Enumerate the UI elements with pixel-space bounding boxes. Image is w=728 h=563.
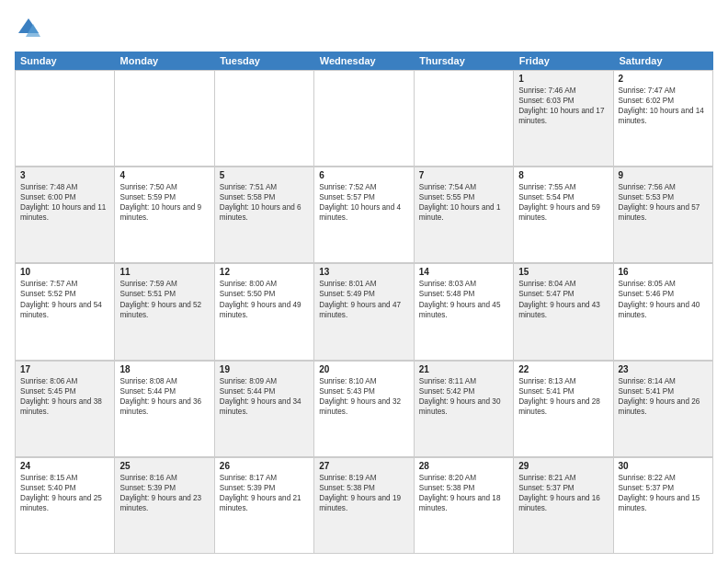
cell-info: Sunrise: 8:11 AM Sunset: 5:42 PM Dayligh…: [419, 376, 508, 417]
cell-info: Sunrise: 8:20 AM Sunset: 5:38 PM Dayligh…: [419, 473, 508, 513]
day-number: 22: [518, 364, 608, 374]
calendar-cell-2-5: 15Sunrise: 8:04 AM Sunset: 5:47 PM Dayli…: [514, 264, 613, 360]
header-day-wednesday: Wednesday: [314, 52, 415, 70]
cell-info: Sunrise: 7:51 AM Sunset: 5:58 PM Dayligh…: [220, 182, 309, 223]
calendar-cell-1-3: 6Sunrise: 7:52 AM Sunset: 5:57 PM Daylig…: [314, 167, 414, 263]
calendar-cell-4-1: 25Sunrise: 8:16 AM Sunset: 5:39 PM Dayli…: [115, 458, 214, 554]
calendar-cell-2-6: 16Sunrise: 8:05 AM Sunset: 5:46 PM Dayli…: [614, 264, 713, 360]
page: SundayMondayTuesdayWednesdayThursdayFrid…: [0, 0, 728, 563]
calendar-cell-1-5: 8Sunrise: 7:55 AM Sunset: 5:54 PM Daylig…: [514, 167, 613, 263]
cell-info: Sunrise: 7:54 AM Sunset: 5:55 PM Dayligh…: [419, 182, 508, 223]
cell-info: Sunrise: 7:50 AM Sunset: 5:59 PM Dayligh…: [119, 182, 209, 223]
cell-info: Sunrise: 8:13 AM Sunset: 5:41 PM Dayligh…: [518, 376, 608, 417]
day-number: 6: [319, 170, 408, 180]
calendar-cell-0-3: [314, 71, 414, 167]
day-number: 16: [619, 267, 708, 277]
day-number: 17: [20, 364, 109, 374]
cell-info: Sunrise: 8:05 AM Sunset: 5:46 PM Dayligh…: [619, 279, 708, 319]
day-number: 19: [220, 364, 309, 374]
calendar-cell-3-0: 17Sunrise: 8:06 AM Sunset: 5:45 PM Dayli…: [16, 362, 115, 457]
day-number: 23: [619, 364, 708, 374]
cell-info: Sunrise: 8:06 AM Sunset: 5:45 PM Dayligh…: [20, 376, 109, 417]
day-number: 26: [220, 461, 309, 471]
day-number: 3: [20, 170, 109, 180]
cell-info: Sunrise: 8:04 AM Sunset: 5:47 PM Dayligh…: [518, 279, 608, 319]
calendar-cell-0-6: 2Sunrise: 7:47 AM Sunset: 6:02 PM Daylig…: [614, 71, 713, 167]
day-number: 2: [619, 74, 708, 84]
day-number: 24: [20, 461, 109, 471]
calendar-cell-3-4: 21Sunrise: 8:11 AM Sunset: 5:42 PM Dayli…: [415, 362, 514, 457]
calendar-cell-2-3: 13Sunrise: 8:01 AM Sunset: 5:49 PM Dayli…: [314, 264, 414, 360]
calendar-cell-1-6: 9Sunrise: 7:56 AM Sunset: 5:53 PM Daylig…: [614, 167, 713, 263]
calendar-header: SundayMondayTuesdayWednesdayThursdayFrid…: [15, 52, 713, 70]
calendar-cell-2-0: 10Sunrise: 7:57 AM Sunset: 5:52 PM Dayli…: [16, 264, 115, 360]
cell-info: Sunrise: 8:15 AM Sunset: 5:40 PM Dayligh…: [20, 473, 109, 513]
day-number: 29: [518, 461, 608, 471]
header-day-saturday: Saturday: [613, 52, 713, 70]
cell-info: Sunrise: 8:19 AM Sunset: 5:38 PM Dayligh…: [319, 473, 408, 513]
calendar-cell-0-1: [115, 71, 214, 167]
day-number: 20: [319, 364, 408, 374]
calendar-cell-3-2: 19Sunrise: 8:09 AM Sunset: 5:44 PM Dayli…: [215, 362, 314, 457]
logo-icon: [15, 15, 42, 42]
calendar-cell-0-5: 1Sunrise: 7:46 AM Sunset: 6:03 PM Daylig…: [514, 71, 613, 167]
calendar-cell-4-6: 30Sunrise: 8:22 AM Sunset: 5:37 PM Dayli…: [614, 458, 713, 554]
calendar-cell-3-3: 20Sunrise: 8:10 AM Sunset: 5:43 PM Dayli…: [314, 362, 414, 457]
calendar-row-3: 17Sunrise: 8:06 AM Sunset: 5:45 PM Dayli…: [15, 361, 713, 457]
calendar-row-1: 3Sunrise: 7:48 AM Sunset: 6:00 PM Daylig…: [15, 167, 713, 263]
day-number: 4: [119, 170, 209, 180]
calendar-cell-4-3: 27Sunrise: 8:19 AM Sunset: 5:38 PM Dayli…: [314, 458, 414, 554]
cell-info: Sunrise: 8:03 AM Sunset: 5:48 PM Dayligh…: [419, 279, 508, 319]
calendar-cell-3-1: 18Sunrise: 8:08 AM Sunset: 5:44 PM Dayli…: [115, 362, 214, 457]
calendar-body: 1Sunrise: 7:46 AM Sunset: 6:03 PM Daylig…: [15, 70, 713, 554]
cell-info: Sunrise: 7:47 AM Sunset: 6:02 PM Dayligh…: [619, 86, 708, 126]
day-number: 30: [619, 461, 708, 471]
calendar-cell-4-5: 29Sunrise: 8:21 AM Sunset: 5:37 PM Dayli…: [514, 458, 613, 554]
cell-info: Sunrise: 8:21 AM Sunset: 5:37 PM Dayligh…: [518, 473, 608, 513]
header-day-monday: Monday: [115, 52, 215, 70]
cell-info: Sunrise: 8:14 AM Sunset: 5:41 PM Dayligh…: [619, 376, 708, 417]
header: [15, 15, 713, 42]
day-number: 27: [319, 461, 408, 471]
day-number: 13: [319, 267, 408, 277]
header-day-tuesday: Tuesday: [214, 52, 314, 70]
calendar-cell-1-2: 5Sunrise: 7:51 AM Sunset: 5:58 PM Daylig…: [215, 167, 314, 263]
cell-info: Sunrise: 7:46 AM Sunset: 6:03 PM Dayligh…: [518, 86, 608, 126]
cell-info: Sunrise: 8:10 AM Sunset: 5:43 PM Dayligh…: [319, 376, 408, 417]
day-number: 5: [220, 170, 309, 180]
calendar-cell-1-0: 3Sunrise: 7:48 AM Sunset: 6:00 PM Daylig…: [16, 167, 115, 263]
header-day-friday: Friday: [514, 52, 614, 70]
logo: [15, 15, 46, 42]
cell-info: Sunrise: 8:00 AM Sunset: 5:50 PM Dayligh…: [220, 279, 309, 319]
day-number: 10: [20, 267, 109, 277]
calendar: SundayMondayTuesdayWednesdayThursdayFrid…: [15, 52, 713, 554]
calendar-cell-3-6: 23Sunrise: 8:14 AM Sunset: 5:41 PM Dayli…: [614, 362, 713, 457]
day-number: 25: [119, 461, 209, 471]
calendar-cell-2-1: 11Sunrise: 7:59 AM Sunset: 5:51 PM Dayli…: [115, 264, 214, 360]
header-day-thursday: Thursday: [414, 52, 514, 70]
cell-info: Sunrise: 8:17 AM Sunset: 5:39 PM Dayligh…: [220, 473, 309, 513]
cell-info: Sunrise: 8:09 AM Sunset: 5:44 PM Dayligh…: [220, 376, 309, 417]
cell-info: Sunrise: 8:01 AM Sunset: 5:49 PM Dayligh…: [319, 279, 408, 319]
calendar-row-2: 10Sunrise: 7:57 AM Sunset: 5:52 PM Dayli…: [15, 263, 713, 360]
day-number: 18: [119, 364, 209, 374]
calendar-cell-2-2: 12Sunrise: 8:00 AM Sunset: 5:50 PM Dayli…: [215, 264, 314, 360]
header-day-sunday: Sunday: [15, 52, 115, 70]
calendar-cell-3-5: 22Sunrise: 8:13 AM Sunset: 5:41 PM Dayli…: [514, 362, 613, 457]
cell-info: Sunrise: 7:48 AM Sunset: 6:00 PM Dayligh…: [20, 182, 109, 223]
day-number: 1: [518, 74, 608, 84]
day-number: 7: [419, 170, 508, 180]
cell-info: Sunrise: 7:56 AM Sunset: 5:53 PM Dayligh…: [619, 182, 708, 223]
day-number: 12: [220, 267, 309, 277]
day-number: 8: [518, 170, 608, 180]
cell-info: Sunrise: 8:16 AM Sunset: 5:39 PM Dayligh…: [119, 473, 209, 513]
cell-info: Sunrise: 7:52 AM Sunset: 5:57 PM Dayligh…: [319, 182, 408, 223]
calendar-cell-1-1: 4Sunrise: 7:50 AM Sunset: 5:59 PM Daylig…: [115, 167, 214, 263]
day-number: 11: [119, 267, 209, 277]
calendar-cell-0-2: [215, 71, 314, 167]
cell-info: Sunrise: 8:22 AM Sunset: 5:37 PM Dayligh…: [619, 473, 708, 513]
calendar-cell-0-0: [16, 71, 115, 167]
calendar-cell-2-4: 14Sunrise: 8:03 AM Sunset: 5:48 PM Dayli…: [415, 264, 514, 360]
calendar-row-4: 24Sunrise: 8:15 AM Sunset: 5:40 PM Dayli…: [15, 457, 713, 554]
day-number: 9: [619, 170, 708, 180]
